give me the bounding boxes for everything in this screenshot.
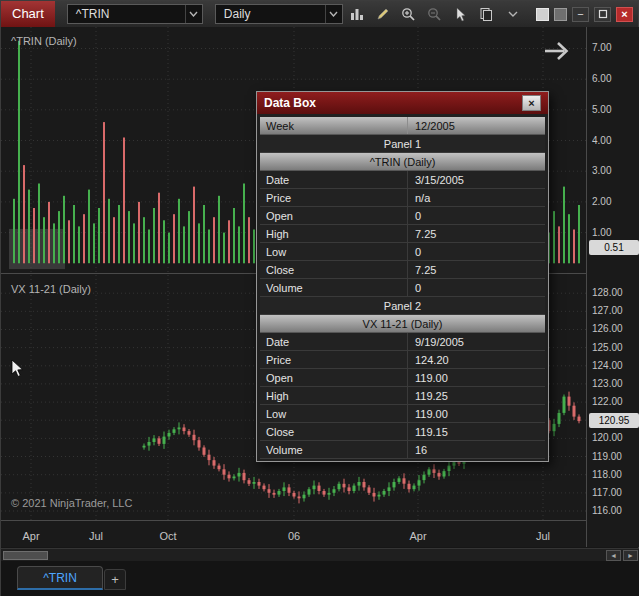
databox-section-label: VX 11-21 (Daily)	[363, 318, 443, 330]
instrument-link-icon[interactable]	[536, 8, 549, 21]
price-axis[interactable]: 0.51 120.95 7.006.005.004.003.002.001.00…	[586, 27, 639, 547]
draw-icon	[376, 7, 390, 21]
databox-section-label: Panel 2	[384, 300, 421, 312]
mouse-cursor-icon	[11, 359, 25, 379]
maximize-button[interactable]	[594, 7, 611, 22]
window-controls: − ×	[536, 7, 638, 22]
databox-row-value: 119.25	[408, 390, 448, 402]
left-arrow-icon: ◄	[610, 552, 617, 559]
databox-row-label: Open	[260, 207, 408, 224]
zoom-out-icon	[427, 7, 442, 22]
interval-dropdown-value: Daily	[224, 7, 251, 21]
cursor-icon	[454, 7, 467, 22]
y-axis-label: 1.00	[592, 227, 611, 238]
databox-row: High119.25	[260, 387, 545, 405]
databox-row-value: 12/2005	[408, 120, 455, 132]
databox-row-value: 0	[408, 210, 421, 222]
x-axis-label: Jul	[528, 530, 558, 542]
close-icon: ×	[621, 8, 627, 20]
databox-row: Open119.00	[260, 369, 545, 387]
y-axis-label: 120.00	[592, 432, 623, 443]
databox-row-label: Volume	[260, 279, 408, 296]
y-axis-label: 2.00	[592, 196, 611, 207]
y-axis-label: 5.00	[592, 104, 611, 115]
zoom-out-button[interactable]	[423, 3, 447, 25]
databox-titlebar[interactable]: Data Box ×	[257, 92, 548, 114]
databox-row: Panel 2	[260, 297, 545, 315]
databox-row-label: Price	[260, 189, 408, 206]
cursor-button[interactable]	[449, 3, 473, 25]
maximize-icon	[598, 9, 608, 19]
databox-row: Date3/15/2005	[260, 171, 545, 189]
right-arrow-icon: ►	[627, 552, 634, 559]
databox-row-value: 0	[408, 282, 421, 294]
databox-row-label: Date	[260, 333, 408, 350]
y-axis-label: 124.00	[592, 360, 623, 371]
scroll-right-button[interactable]: ►	[623, 550, 638, 561]
interval-dropdown[interactable]: Daily	[215, 4, 343, 24]
databox-row-value: 3/15/2005	[408, 174, 464, 186]
close-button[interactable]: ×	[616, 7, 633, 22]
x-axis-label: Apr	[16, 530, 46, 542]
databox-row-value: 7.25	[408, 264, 436, 276]
x-axis-label: 06	[279, 530, 309, 542]
databox-row: Volume0	[260, 279, 545, 297]
databox-row: Close119.15	[260, 423, 545, 441]
databox-close-button[interactable]: ×	[522, 95, 541, 111]
databox-row: ^TRIN (Daily)	[260, 153, 545, 171]
interval-link-icon[interactable]	[554, 8, 567, 21]
panel1-last-price-tag: 0.51	[589, 240, 639, 255]
databox-section-label: Panel 1	[384, 138, 421, 150]
titlebar: Chart ^TRIN Daily	[1, 1, 638, 27]
close-icon: ×	[528, 97, 534, 109]
scroll-left-button[interactable]: ◄	[606, 550, 621, 561]
zoom-in-icon	[401, 7, 416, 22]
databox-table: Week12/2005Panel 1^TRIN (Daily)Date3/15/…	[257, 114, 548, 461]
time-axis[interactable]: AprJulOct06AprJul	[1, 522, 586, 547]
zoom-in-button[interactable]	[397, 3, 421, 25]
databox-row-label: Volume	[260, 441, 408, 458]
databox-row-label: Price	[260, 351, 408, 368]
instrument-dropdown[interactable]: ^TRIN	[67, 4, 203, 24]
databox-row: Panel 1	[260, 135, 545, 153]
y-axis-label: 3.00	[592, 165, 611, 176]
toolbar-overflow-button[interactable]	[501, 3, 525, 25]
minimize-button[interactable]: −	[572, 7, 589, 22]
y-axis-label: 119.00	[592, 451, 622, 462]
databox-row-value: 0	[408, 246, 421, 258]
draw-button[interactable]	[371, 3, 395, 25]
panel2-label: VX 11-21 (Daily)	[11, 283, 91, 295]
databox-row-value: 9/19/2005	[408, 336, 464, 348]
databox-row: Close7.25	[260, 261, 545, 279]
x-axis-label: Oct	[153, 530, 183, 542]
databox-row-label: Low	[260, 243, 408, 260]
minimize-icon: −	[577, 8, 583, 20]
databox-row-label: High	[260, 225, 408, 242]
horizontal-scrollbar[interactable]: ◄ ►	[1, 548, 639, 561]
report-button[interactable]	[475, 3, 499, 25]
y-axis-label: 117.00	[592, 487, 622, 498]
databox-row-label: Close	[260, 261, 408, 278]
databox-row: Date9/19/2005	[260, 333, 545, 351]
tab-trin[interactable]: ^TRIN	[17, 566, 103, 590]
chart-style-button[interactable]	[345, 3, 369, 25]
databox-row: Low0	[260, 243, 545, 261]
databox-row-label: Date	[260, 171, 408, 188]
databox-row-value: 119.00	[408, 408, 448, 420]
scrollbar-thumb[interactable]	[3, 551, 48, 560]
x-axis-label: Jul	[81, 530, 111, 542]
instrument-dropdown-value: ^TRIN	[76, 7, 110, 21]
databox-row: High7.25	[260, 225, 545, 243]
databox-row: Week12/2005	[260, 117, 545, 135]
databox-row-value: 7.25	[408, 228, 436, 240]
goto-last-bar-button[interactable]	[542, 39, 572, 63]
x-axis-label: Apr	[403, 530, 433, 542]
y-axis-label: 125.00	[592, 342, 623, 353]
databox-row-value: 124.20	[408, 354, 449, 366]
databox-row-label: High	[260, 387, 408, 404]
panel2-last-price-tag: 120.95	[589, 413, 639, 428]
chevron-down-icon	[508, 11, 518, 17]
add-tab-button[interactable]: +	[104, 569, 126, 590]
copyright-text: © 2021 NinjaTrader, LLC	[11, 497, 132, 509]
y-axis-label: 122.00	[592, 396, 623, 407]
